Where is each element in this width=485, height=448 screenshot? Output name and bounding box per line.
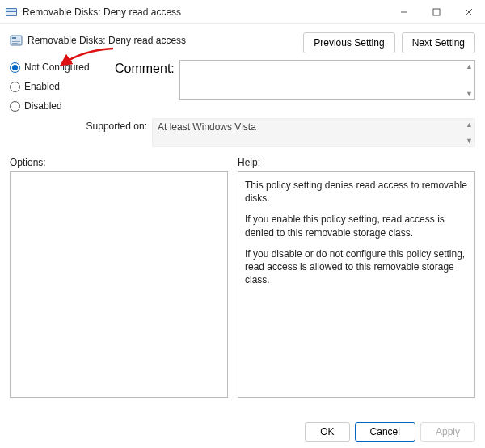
radio-not-configured[interactable]: Not Configured <box>10 61 107 73</box>
policy-icon <box>10 34 23 47</box>
apply-button: Apply <box>420 422 475 442</box>
comment-field[interactable]: ▲ ▼ <box>179 60 475 100</box>
svg-rect-9 <box>12 40 20 40</box>
supported-on-value: At least Windows Vista <box>158 121 256 133</box>
radio-icon <box>10 62 20 73</box>
close-button[interactable] <box>453 0 485 23</box>
svg-rect-8 <box>12 37 16 39</box>
svg-rect-1 <box>6 9 16 11</box>
maximize-button[interactable] <box>420 0 453 23</box>
radio-label: Enabled <box>24 81 60 92</box>
help-text: This policy setting denies read access t… <box>245 179 468 205</box>
supported-on-label: Supported on: <box>10 118 147 132</box>
window-controls <box>388 0 485 23</box>
next-setting-button[interactable]: Next Setting <box>402 32 475 53</box>
help-pane: This policy setting denies read access t… <box>238 171 475 398</box>
help-text: If you disable or do not configure this … <box>245 247 468 287</box>
svg-rect-4 <box>433 9 440 15</box>
scroll-up-icon[interactable]: ▲ <box>466 120 473 129</box>
cancel-button[interactable]: Cancel <box>355 422 415 442</box>
minimize-button[interactable] <box>388 0 420 23</box>
radio-disabled[interactable]: Disabled <box>10 100 107 112</box>
supported-on-field: At least Windows Vista ▲ ▼ <box>152 118 475 147</box>
comment-label: Comment: <box>115 60 175 112</box>
window-title: Removable Disks: Deny read access <box>23 6 388 18</box>
policy-app-icon <box>5 6 18 19</box>
radio-icon <box>10 82 20 92</box>
svg-rect-2 <box>6 12 16 15</box>
scroll-down-icon[interactable]: ▼ <box>466 90 473 98</box>
policy-header: Removable Disks: Deny read access <box>10 31 186 47</box>
radio-enabled[interactable]: Enabled <box>10 81 107 92</box>
scroll-up-icon[interactable]: ▲ <box>466 62 473 70</box>
previous-setting-button[interactable]: Previous Setting <box>303 32 394 53</box>
svg-rect-11 <box>12 43 18 44</box>
radio-label: Not Configured <box>24 61 90 73</box>
titlebar: Removable Disks: Deny read access <box>0 0 485 24</box>
options-label: Options: <box>10 157 228 168</box>
options-pane <box>10 171 228 398</box>
ok-button[interactable]: OK <box>305 422 349 442</box>
help-label: Help: <box>238 157 260 168</box>
help-text: If you enable this policy setting, read … <box>245 213 468 239</box>
policy-name: Removable Disks: Deny read access <box>27 35 186 46</box>
radio-label: Disabled <box>24 100 62 112</box>
svg-rect-10 <box>12 41 20 42</box>
scroll-down-icon[interactable]: ▼ <box>466 137 473 145</box>
radio-icon <box>10 101 20 112</box>
